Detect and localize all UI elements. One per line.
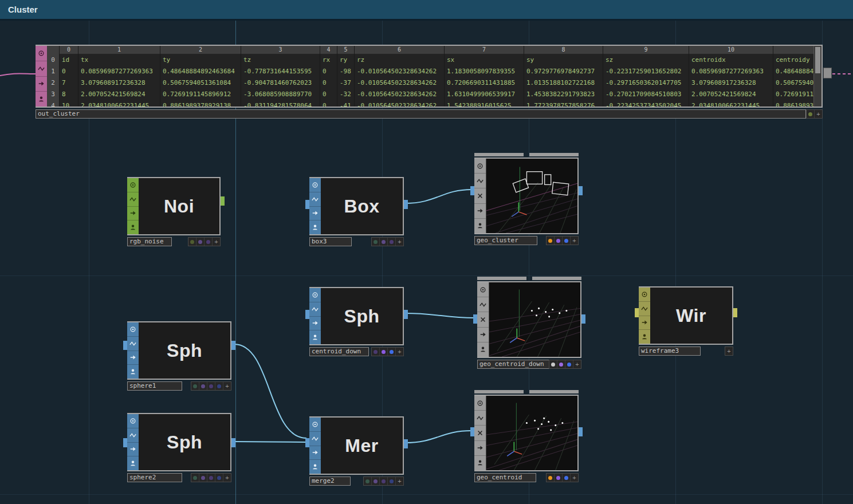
flag-toggle[interactable] xyxy=(207,474,215,482)
flag-toggle[interactable] xyxy=(380,477,388,485)
node-geo-centroid-down[interactable]: geo_centroid_down + xyxy=(477,277,581,369)
wave-icon[interactable] xyxy=(127,337,139,351)
node-name[interactable]: centroid_down xyxy=(309,347,369,356)
flag-toggle[interactable] xyxy=(205,238,213,246)
output-connector[interactable] xyxy=(231,341,235,350)
close-icon[interactable] xyxy=(474,188,486,203)
flag-toggle[interactable] xyxy=(196,238,205,246)
node-merge2[interactable]: Mer merge2 + xyxy=(309,416,404,486)
arrow-icon[interactable] xyxy=(477,328,489,342)
flag-toggle[interactable] xyxy=(372,477,380,485)
output-connector[interactable] xyxy=(221,196,225,206)
flag-toggle[interactable] xyxy=(191,382,199,390)
viewer-icon[interactable] xyxy=(639,288,650,302)
output-connector[interactable] xyxy=(579,427,583,436)
wave-icon[interactable] xyxy=(477,297,489,312)
person-icon[interactable] xyxy=(309,330,321,344)
flag-toggle[interactable] xyxy=(372,238,380,246)
output-connector[interactable] xyxy=(404,200,408,209)
node-sphere1[interactable]: Sph sphere1 + xyxy=(127,321,231,391)
arrow-icon[interactable] xyxy=(127,351,139,365)
input-connector[interactable] xyxy=(635,308,639,317)
wave-icon[interactable] xyxy=(127,428,139,443)
arrow-icon[interactable] xyxy=(309,317,321,331)
flag-toggle[interactable] xyxy=(388,238,396,246)
person-icon[interactable] xyxy=(127,456,139,470)
person-icon[interactable] xyxy=(36,92,47,107)
node-geo-centroid[interactable]: geo_centroid + xyxy=(474,390,579,482)
arrow-icon[interactable] xyxy=(474,441,486,456)
node-sphere2[interactable]: Sph sphere2 + xyxy=(127,413,231,482)
wire-sphere1-to-merge2[interactable] xyxy=(234,344,306,438)
flag-toggle[interactable] xyxy=(380,238,388,246)
person-icon[interactable] xyxy=(127,365,139,379)
flag-toggle[interactable] xyxy=(207,382,215,390)
person-icon[interactable] xyxy=(639,330,650,344)
parent-connector[interactable] xyxy=(474,390,524,393)
parent-connector[interactable] xyxy=(474,153,524,156)
arrow-icon[interactable] xyxy=(127,443,139,457)
node-geo-cluster[interactable]: geo_cluster + xyxy=(474,153,579,245)
viewer-icon[interactable] xyxy=(127,322,139,337)
wave-icon[interactable] xyxy=(309,302,321,317)
table-resize-handle[interactable] xyxy=(823,68,832,78)
flag-toggle[interactable] xyxy=(199,382,207,390)
viewer-icon[interactable] xyxy=(309,288,321,302)
node-name[interactable]: wireframe3 xyxy=(639,346,701,356)
node-name[interactable]: box3 xyxy=(309,237,352,246)
wire-sphere2-to-merge2[interactable] xyxy=(234,442,306,442)
input-connector[interactable] xyxy=(470,427,474,436)
person-icon[interactable] xyxy=(309,220,321,234)
flag-toggle[interactable] xyxy=(563,237,571,245)
wave-icon[interactable] xyxy=(309,432,321,446)
viewer-icon[interactable] xyxy=(474,159,486,174)
node-wireframe3[interactable]: Wir wireframe3 + xyxy=(639,286,733,356)
add-flag-button[interactable]: + xyxy=(213,238,220,246)
viewer-icon[interactable] xyxy=(477,282,489,297)
flag-toggle[interactable] xyxy=(565,360,573,368)
flag-toggle[interactable] xyxy=(215,474,223,482)
scrollbar-thumb[interactable] xyxy=(815,47,820,73)
flag-toggle[interactable] xyxy=(555,237,563,245)
node-name[interactable]: geo_centroid xyxy=(474,473,536,482)
node-box3[interactable]: Box box3 + xyxy=(309,177,404,246)
add-flag-button[interactable]: + xyxy=(571,474,578,482)
person-icon[interactable] xyxy=(309,460,321,474)
arrow-icon[interactable] xyxy=(474,204,486,219)
close-icon[interactable] xyxy=(477,312,489,327)
arrow-icon[interactable] xyxy=(127,207,139,221)
wire-box3-to-geo-cluster[interactable] xyxy=(405,190,471,203)
wire-merge2-to-geo-centroid[interactable] xyxy=(405,431,471,443)
wave-icon[interactable] xyxy=(639,302,650,316)
output-connector[interactable] xyxy=(404,310,408,319)
node-out-cluster[interactable]: 0123456789100idtxtytzrxryrzsxsyszcentroi… xyxy=(36,45,823,119)
parent-connector[interactable] xyxy=(532,277,581,280)
flag-toggle[interactable] xyxy=(807,110,815,118)
output-connector[interactable] xyxy=(404,439,408,448)
viewer-icon[interactable] xyxy=(309,418,321,432)
person-icon[interactable] xyxy=(474,456,486,470)
viewer-icon[interactable] xyxy=(474,396,486,411)
parent-connector[interactable] xyxy=(529,390,579,393)
input-connector[interactable] xyxy=(305,200,309,209)
add-flag-button[interactable]: + xyxy=(223,474,231,482)
wire-centroid-down-to-geo-centroid-down[interactable] xyxy=(405,313,474,318)
input-connector[interactable] xyxy=(473,314,477,324)
viewer-icon[interactable] xyxy=(36,46,47,61)
node-name[interactable]: sphere1 xyxy=(127,381,182,391)
input-connector[interactable] xyxy=(470,186,474,195)
flag-toggle[interactable] xyxy=(557,360,565,368)
wave-icon[interactable] xyxy=(36,61,47,77)
flag-toggle[interactable] xyxy=(199,474,207,482)
flag-toggle[interactable] xyxy=(191,474,199,482)
add-flag-button[interactable]: + xyxy=(725,347,733,355)
flag-toggle[interactable] xyxy=(380,348,388,356)
node-name[interactable]: rgb_noise xyxy=(127,237,172,246)
node-name[interactable]: geo_centroid_down xyxy=(477,360,553,369)
wave-icon[interactable] xyxy=(127,192,139,207)
node-name[interactable]: sphere2 xyxy=(127,473,182,482)
parent-connector[interactable] xyxy=(477,277,526,280)
arrow-icon[interactable] xyxy=(36,77,47,92)
output-connector[interactable] xyxy=(579,186,583,195)
flag-toggle[interactable] xyxy=(188,238,196,246)
